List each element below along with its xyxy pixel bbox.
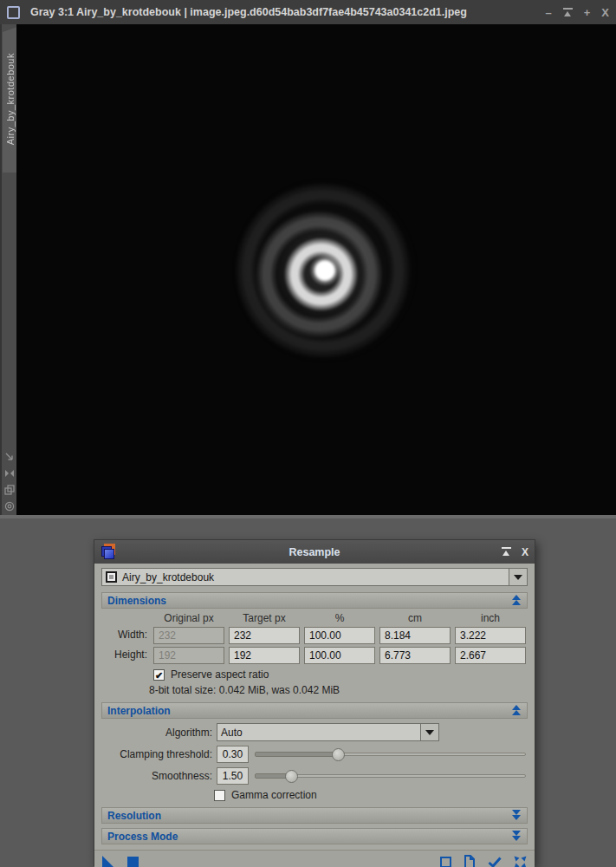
view-tab-strip: Airy_by_krotdebouk [0, 24, 16, 515]
smoothness-field[interactable]: 1.50 [217, 767, 249, 785]
new-instance-icon[interactable] [102, 856, 114, 867]
collapse-section-icon[interactable] [511, 705, 522, 716]
shade-button[interactable] [563, 7, 573, 18]
col-cm: cm [379, 612, 451, 624]
main-view-icon [106, 571, 117, 583]
total-size-text: 8-bit total size: 0.042 MiB, was 0.042 M… [149, 684, 528, 696]
gamma-correction-checkbox[interactable] [214, 790, 225, 801]
dimensions-column-headers: Original px Target px % cm inch [101, 612, 528, 624]
view-tab-airy[interactable]: Airy_by_krotdebouk [3, 25, 17, 173]
algorithm-select[interactable]: Auto [217, 723, 439, 741]
height-row: Height: 192 192 100.00 6.773 2.667 [101, 644, 528, 664]
view-selector-value: Airy_by_krotdebouk [122, 571, 214, 583]
view-tab-label: Airy_by_krotdebouk [5, 53, 16, 145]
track-view-icon[interactable] [488, 857, 502, 867]
dialog-close-button[interactable]: X [522, 546, 528, 558]
center-view-icon[interactable] [4, 501, 15, 512]
clamping-threshold-field[interactable]: 0.30 [217, 746, 249, 763]
col-target-px: Target px [229, 612, 300, 624]
expand-section-icon[interactable] [511, 810, 522, 821]
section-interpolation[interactable]: Interpolation [101, 702, 528, 719]
preserve-aspect-checkbox[interactable]: ✔ [153, 669, 165, 681]
height-target-field[interactable]: 192 [229, 647, 300, 664]
image-window-title: Gray 3:1 Airy_by_krotdebouk | image.jpeg… [30, 6, 539, 18]
resample-titlebar[interactable]: Resample X [94, 540, 535, 564]
collapse-section-icon[interactable] [511, 595, 522, 606]
realtime-preview-icon[interactable] [440, 857, 451, 867]
clamping-threshold-label: Clamping threshold: [101, 748, 212, 760]
slider-fill [255, 773, 293, 779]
smoothness-label: Smoothness: [101, 770, 212, 782]
slider-handle[interactable] [285, 770, 298, 783]
height-cm-field[interactable]: 6.773 [379, 647, 451, 664]
height-inch-field[interactable]: 2.667 [455, 647, 526, 664]
expand-section-icon[interactable] [511, 831, 522, 842]
fit-view-icon[interactable] [4, 468, 15, 479]
width-row: Width: 232 232 100.00 8.184 3.222 [101, 624, 528, 644]
algorithm-label: Algorithm: [101, 727, 212, 739]
resample-process-icon [101, 544, 117, 560]
preserve-aspect-label: Preserve aspect ratio [171, 668, 269, 681]
image-canvas[interactable] [16, 24, 616, 515]
view-selector[interactable]: Airy_by_krotdebouk [101, 568, 528, 586]
section-resolution[interactable]: Resolution [101, 807, 528, 824]
height-original-field: 192 [153, 647, 224, 664]
dialog-shade-button[interactable] [502, 546, 511, 558]
chevron-down-icon [514, 575, 522, 580]
col-inch: inch [455, 612, 526, 624]
height-percent-field[interactable]: 100.00 [304, 647, 375, 664]
smoothness-slider[interactable] [255, 769, 528, 783]
shade-icon [563, 8, 573, 16]
slider-handle[interactable] [332, 748, 345, 761]
resample-dialog: Resample X Airy_by_krotdebouk Dimensions… [94, 539, 535, 866]
reset-icon[interactable] [514, 856, 527, 867]
shade-icon [502, 547, 511, 556]
maximize-button[interactable]: + [584, 7, 591, 18]
image-window: Gray 3:1 Airy_by_krotdebouk | image.jpeg… [0, 0, 616, 518]
algorithm-dropdown-button[interactable] [420, 724, 438, 740]
apply-icon[interactable] [127, 857, 139, 867]
minimize-button[interactable]: – [546, 7, 552, 18]
section-dimensions[interactable]: Dimensions [101, 592, 528, 609]
zoom-corner-icon[interactable] [4, 452, 15, 462]
col-original-px: Original px [153, 612, 224, 624]
section-process-mode[interactable]: Process Mode [101, 828, 528, 844]
width-inch-field[interactable]: 3.222 [455, 627, 526, 644]
chevron-down-icon [425, 730, 434, 735]
gamma-correction-label: Gamma correction [231, 789, 317, 801]
airy-disk-image [230, 175, 420, 366]
duplicate-view-icon[interactable] [4, 485, 15, 495]
browse-documentation-icon[interactable] [464, 855, 476, 867]
clamping-threshold-slider[interactable] [255, 747, 528, 761]
col-percent: % [304, 612, 375, 624]
algorithm-value: Auto [221, 727, 243, 739]
dialog-toolbar [94, 850, 535, 867]
width-percent-field[interactable]: 100.00 [304, 627, 375, 644]
window-menu-icon[interactable] [7, 6, 20, 19]
image-window-titlebar[interactable]: Gray 3:1 Airy_by_krotdebouk | image.jpeg… [0, 0, 616, 24]
slider-fill [255, 752, 340, 757]
dialog-title: Resample [94, 546, 535, 558]
width-target-field[interactable]: 232 [229, 627, 300, 644]
close-button[interactable]: X [601, 7, 609, 18]
width-original-field: 232 [153, 627, 224, 644]
width-cm-field[interactable]: 8.184 [379, 627, 451, 644]
view-selector-dropdown-button[interactable] [509, 569, 527, 585]
